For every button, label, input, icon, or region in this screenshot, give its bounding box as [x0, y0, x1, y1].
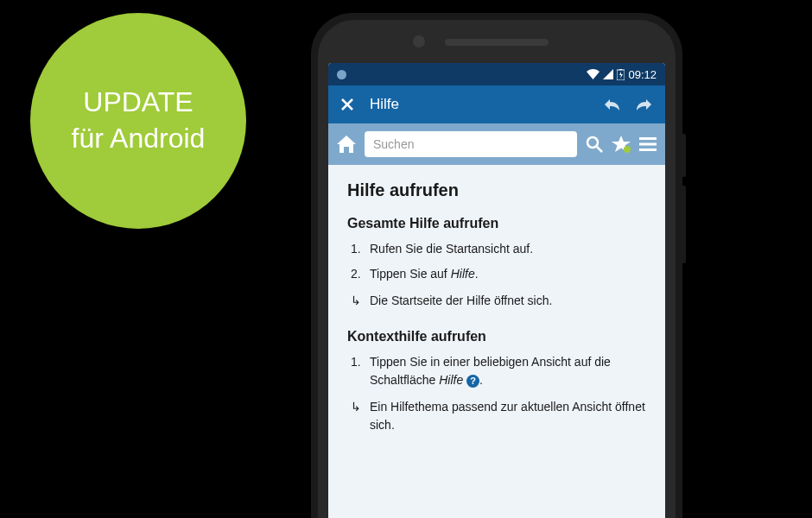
- search-icon[interactable]: [586, 136, 603, 153]
- android-status-bar: 09:12: [328, 63, 665, 85]
- svg-line-3: [597, 147, 602, 152]
- search-input[interactable]: [365, 131, 577, 157]
- svg-rect-5: [639, 137, 657, 140]
- back-arrow-icon[interactable]: [603, 98, 620, 111]
- wifi-icon: [587, 69, 599, 79]
- help-toolbar: [328, 123, 665, 165]
- promo-badge: UPDATE für Android: [30, 13, 246, 229]
- result-arrow-icon: ↳: [351, 398, 361, 416]
- notification-dot-icon: [337, 70, 346, 79]
- section1-steps: 1. Rufen Sie die Startansicht auf. 2. Ti…: [347, 240, 646, 283]
- badge-line2: für Android: [72, 121, 206, 157]
- list-item: 1. Tippen Sie in einer beliebigen Ansich…: [347, 353, 646, 389]
- section2-heading: Kontexthilfe aufrufen: [347, 329, 646, 344]
- app-bar: Hilfe: [328, 85, 665, 123]
- battery-icon: [617, 69, 625, 80]
- status-time: 09:12: [628, 68, 657, 81]
- help-badge-icon: ?: [466, 375, 479, 388]
- app-bar-title: Hilfe: [370, 96, 587, 113]
- phone-frame: 09:12 Hilfe Hilfe aufrufen G: [311, 13, 682, 518]
- star-icon[interactable]: [612, 136, 631, 153]
- svg-rect-1: [619, 69, 622, 70]
- svg-rect-7: [639, 148, 657, 151]
- result-arrow-icon: ↳: [351, 292, 361, 310]
- section2-result: ↳ Ein Hilfethema passend zur aktuellen A…: [347, 398, 646, 434]
- help-content: Hilfe aufrufen Gesamte Hilfe aufrufen 1.…: [328, 165, 665, 518]
- section2-steps: 1. Tippen Sie in einer beliebigen Ansich…: [347, 353, 646, 389]
- phone-camera: [413, 35, 425, 47]
- power-button: [682, 134, 686, 177]
- phone-speaker: [445, 39, 549, 46]
- section1-result: ↳ Die Startseite der Hilfe öffnet sich.: [347, 292, 646, 310]
- forward-arrow-icon[interactable]: [636, 98, 653, 111]
- volume-button: [682, 186, 686, 263]
- home-icon[interactable]: [337, 136, 356, 153]
- svg-rect-6: [639, 143, 657, 146]
- svg-point-2: [587, 137, 598, 148]
- svg-point-4: [624, 146, 631, 153]
- badge-line1: UPDATE: [83, 85, 193, 121]
- page-title: Hilfe aufrufen: [347, 180, 646, 200]
- phone-bezel: 09:12 Hilfe Hilfe aufrufen G: [318, 20, 676, 518]
- list-item: 1. Rufen Sie die Startansicht auf.: [347, 240, 646, 258]
- list-item: 2. Tippen Sie auf Hilfe.: [347, 265, 646, 283]
- menu-icon[interactable]: [639, 137, 657, 151]
- close-icon[interactable]: [340, 98, 354, 111]
- section1-heading: Gesamte Hilfe aufrufen: [347, 216, 646, 231]
- signal-icon: [603, 69, 613, 79]
- phone-screen: 09:12 Hilfe Hilfe aufrufen G: [328, 63, 665, 518]
